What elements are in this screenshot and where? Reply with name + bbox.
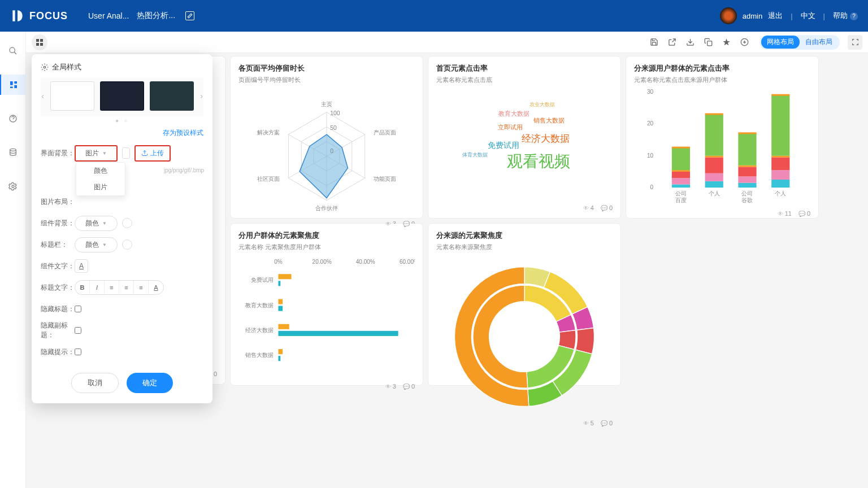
titlebar-select[interactable]: 颜色▼ (75, 237, 118, 252)
svg-text:百度: 百度 (675, 197, 687, 203)
svg-text:60.00%: 60.00% (400, 259, 415, 265)
sidebar-settings-icon[interactable] (0, 176, 26, 197)
copy-icon[interactable] (701, 35, 715, 50)
theme-swatch-light[interactable] (50, 81, 94, 111)
download-icon[interactable] (683, 35, 697, 50)
align-center-icon[interactable]: ≡ (119, 281, 134, 294)
theme-swatch-dark[interactable] (100, 81, 144, 111)
svg-rect-60 (771, 180, 789, 188)
card-radar: 各页面平均停留时长 页面编号平均停留时长 主页 产品页面 功能页面 合作伙伴 社… (231, 56, 423, 218)
widget-bg-swatch[interactable] (122, 218, 132, 228)
svg-rect-62 (771, 158, 789, 171)
grid-view-icon[interactable] (32, 34, 47, 50)
svg-text:公司: 公司 (675, 190, 687, 197)
card-wordcloud: 首页元素点击率 元素名称元素点击底 观看视频经济大数据免费试用销售大数据立即试用… (428, 56, 620, 218)
share-icon[interactable] (665, 35, 679, 50)
save-preset-link[interactable]: 存为预设样式 (163, 129, 203, 137)
svg-rect-38 (672, 178, 690, 184)
user-name: admin (743, 12, 762, 20)
svg-rect-49 (705, 114, 723, 155)
titlebar-swatch[interactable] (122, 239, 132, 250)
cancel-button[interactable]: 取消 (71, 373, 119, 393)
tab-heatmap[interactable]: 热图分析... (137, 11, 175, 21)
svg-rect-42 (672, 147, 690, 149)
svg-text:产品页面: 产品页面 (374, 129, 396, 136)
svg-text:0%: 0% (274, 259, 283, 265)
svg-text:教育大数据: 教育大数据 (245, 302, 274, 308)
dashboard-toolbar: 网格布局 自由布局 (26, 32, 868, 53)
help-link[interactable]: 帮助? (833, 11, 858, 21)
theme-prev-icon[interactable]: ‹ (41, 91, 45, 101)
svg-rect-8 (36, 39, 39, 42)
avatar[interactable] (720, 7, 737, 24)
dd-item-image[interactable]: 图片 (76, 179, 125, 195)
sidebar-data-icon[interactable] (0, 142, 26, 163)
italic-icon[interactable]: I (90, 281, 105, 294)
svg-rect-1 (10, 81, 13, 85)
svg-text:50: 50 (330, 125, 337, 131)
svg-text:经济大数据: 经济大数据 (245, 327, 274, 333)
carousel-dots: ● ○ (41, 117, 203, 124)
sidebar-help-icon[interactable] (0, 108, 26, 129)
bold-icon[interactable]: B (75, 281, 90, 294)
svg-text:40.00%: 40.00% (356, 259, 375, 265)
hide-subtitle-checkbox[interactable] (75, 327, 81, 334)
align-left-icon[interactable]: ≡ (105, 281, 119, 294)
global-style-panel: 全局样式 ‹ › ● ○ 存为预设样式 界面背景： 图片▼ 颜色 图片 上传 j… (32, 54, 212, 403)
text-color-icon[interactable]: A (75, 259, 88, 273)
bg-type-select[interactable]: 图片▼ 颜色 图片 (75, 145, 118, 162)
svg-rect-76 (278, 306, 283, 311)
hide-title-checkbox[interactable] (75, 306, 81, 312)
left-sidebar (0, 32, 26, 488)
svg-text:20: 20 (647, 120, 654, 127)
language-toggle[interactable]: 中文 (801, 11, 815, 21)
widget-bg-select[interactable]: 颜色▼ (75, 216, 118, 231)
svg-rect-47 (705, 158, 723, 173)
svg-rect-63 (771, 156, 789, 158)
ok-button[interactable]: 确定 (127, 373, 173, 393)
svg-text:10: 10 (647, 152, 654, 159)
svg-text:解决方案: 解决方案 (257, 129, 280, 136)
card-stacked-bar: 分来源用户群体的元素点击率 元素名称元素点击底来源用户群体 0102030公司百… (626, 56, 818, 218)
svg-text:主页: 主页 (321, 101, 332, 107)
card-donut: 分来源的元素聚焦度 元素名称来源聚焦度 50 (428, 224, 620, 385)
svg-rect-64 (771, 95, 789, 156)
svg-rect-4 (10, 86, 13, 88)
svg-text:公司: 公司 (741, 190, 753, 197)
edit-icon[interactable] (185, 11, 194, 20)
dd-item-color[interactable]: 颜色 (76, 163, 125, 179)
sidebar-dashboard-icon[interactable] (0, 75, 26, 95)
svg-text:销售大数据: 销售大数据 (245, 352, 274, 358)
layout-free-button[interactable]: 自由布局 (800, 36, 838, 49)
layout-grid-button[interactable]: 网格布局 (761, 36, 800, 49)
text-color-title-icon[interactable]: A (149, 281, 163, 294)
svg-text:社区页面: 社区页面 (257, 176, 280, 182)
svg-text:个人: 个人 (775, 190, 786, 197)
save-icon[interactable] (646, 35, 661, 50)
svg-rect-75 (278, 299, 283, 304)
star-icon[interactable] (719, 35, 734, 50)
logout-link[interactable]: 退出 (768, 11, 783, 21)
svg-rect-73 (278, 281, 280, 286)
align-right-icon[interactable]: ≡ (134, 281, 149, 294)
theme-swatch-teal[interactable] (150, 81, 194, 111)
bg-dropdown: 颜色 图片 (76, 162, 125, 196)
hide-tooltip-checkbox[interactable] (75, 348, 81, 355)
svg-rect-40 (672, 170, 690, 172)
svg-point-7 (12, 185, 14, 188)
add-icon[interactable] (737, 35, 752, 50)
svg-point-83 (44, 66, 46, 68)
focus-logo-icon (10, 8, 25, 23)
upload-button[interactable]: 上传 (134, 145, 171, 162)
theme-next-icon[interactable]: › (199, 91, 203, 101)
svg-rect-50 (705, 113, 723, 115)
tab-user-analysis[interactable]: User Anal... (88, 11, 129, 20)
svg-text:0: 0 (650, 184, 654, 190)
panel-title: 全局样式 (41, 62, 203, 72)
svg-rect-3 (14, 85, 17, 88)
bg-preview-swatch[interactable] (122, 147, 130, 159)
sidebar-search-icon[interactable] (0, 41, 26, 61)
svg-rect-82 (278, 356, 280, 361)
svg-rect-48 (705, 156, 723, 158)
fullscreen-icon[interactable] (848, 35, 862, 50)
